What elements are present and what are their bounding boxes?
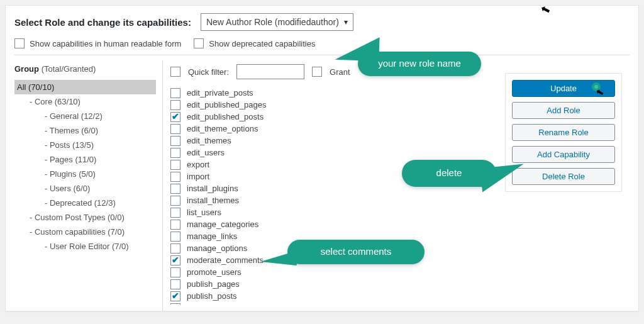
role-editor-panel: Select Role and change its capabilities:… [5,5,639,311]
divider [14,55,630,55]
capability-label[interactable]: manage_categories [187,220,258,229]
capability-label[interactable]: promote_users [187,267,242,277]
capability-row: moderate_comments [170,254,494,266]
group-item[interactable]: - Custom capabilities (7/0) [14,225,156,239]
add-capability-button[interactable]: Add Capability [512,146,615,163]
group-item[interactable]: - Posts (13/5) [14,138,156,152]
option-deprecated[interactable]: Show deprecated capabilities [194,38,315,48]
capability-list[interactable]: edit_private_postsedit_published_pagesed… [170,87,497,304]
capability-row: install_plugins [170,182,494,194]
rename-role-label: Rename Role [538,128,589,137]
capability-checkbox[interactable] [170,232,180,242]
role-select-value: New Author Role (modifiedauthor) [206,17,339,27]
capability-row: install_themes [170,194,494,206]
capability-row: import [170,170,494,182]
capability-label[interactable]: edit_private_posts [187,88,253,98]
filter-label: Quick filter: [188,67,229,77]
capability-checkbox[interactable] [170,243,180,254]
actions-column: Update ⬉ Add Role Rename Role Add Capabi… [497,60,630,311]
group-column: Group (Total/Granted) All (70/10)- Core … [14,60,163,311]
capability-column: Quick filter: Grant edit_private_postsed… [163,60,497,311]
option-deprecated-label: Show deprecated capabilities [209,39,315,48]
update-button-label: Update [550,84,577,93]
checkbox-human-readable[interactable] [14,38,25,48]
group-item[interactable]: - Pages (11/0) [14,152,156,167]
capability-checkbox[interactable] [170,160,180,170]
capability-checkbox[interactable] [170,279,180,289]
capability-row: edit_users [170,147,494,159]
group-item[interactable]: - Custom Post Types (0/0) [14,210,156,225]
group-header: Group (Total/Granted) [14,64,156,74]
capability-checkbox[interactable] [170,220,180,230]
capability-row: export [170,159,494,170]
checkbox-granted-only[interactable] [312,67,322,77]
checkbox-select-all-caps[interactable] [170,67,180,77]
capability-checkbox[interactable] [170,124,180,134]
capability-checkbox[interactable] [170,100,180,110]
capability-checkbox[interactable] [170,291,180,301]
capability-label[interactable]: edit_published_pages [187,100,267,109]
capability-checkbox[interactable] [170,112,180,122]
group-item[interactable]: - Users (6/0) [14,181,156,196]
capability-checkbox[interactable] [170,255,180,265]
actions-card: Update ⬉ Add Role Rename Role Add Capabi… [505,73,622,192]
option-human-readable[interactable]: Show capabilities in human readable form [14,38,181,48]
capability-label[interactable]: edit_published_posts [187,112,264,121]
capability-checkbox[interactable] [170,208,180,218]
capability-checkbox[interactable] [170,136,180,146]
options-row: Show capabilities in human readable form… [14,38,630,48]
group-item[interactable]: - Deprecated (12/3) [14,196,156,210]
capability-label[interactable]: publish_posts [187,291,237,301]
capability-checkbox[interactable] [170,267,180,277]
capability-checkbox[interactable] [170,148,180,158]
delete-role-label: Delete Role [542,172,585,181]
group-item[interactable]: - User Role Editor (7/0) [14,239,156,254]
role-select-dropdown[interactable]: New Author Role (modifiedauthor) [201,13,353,31]
group-header-title: Group [14,64,39,74]
capability-row: list_users [170,206,494,218]
group-item[interactable]: - Plugins (5/0) [14,167,156,181]
capability-label[interactable]: list_users [187,208,221,217]
granted-label: Grant [330,67,350,77]
capability-checkbox[interactable] [170,172,180,182]
capability-row: publish_posts [170,290,494,302]
group-item[interactable]: - General (12/2) [14,109,156,123]
delete-role-button[interactable]: Delete Role [512,168,615,185]
checkbox-deprecated[interactable] [194,38,204,48]
group-item[interactable]: - Themes (6/0) [14,123,156,138]
update-button[interactable]: Update ⬉ [512,80,615,97]
capability-row: publish_pages [170,278,494,290]
option-human-readable-label: Show capabilities in human readable form [30,39,181,48]
header-label: Select Role and change its capabilities: [14,17,191,28]
group-list: All (70/10)- Core (63/10)- General (12/2… [14,80,156,254]
capability-label[interactable]: export [187,160,209,169]
cursor-click-icon: ⬉ [592,82,601,93]
capability-label[interactable]: manage_options [187,243,247,253]
capability-label[interactable]: install_themes [187,196,239,205]
capability-label[interactable]: edit_theme_options [187,124,258,133]
capability-row: promote_users [170,266,494,278]
capability-label[interactable]: import [187,172,209,181]
capability-label[interactable]: manage_links [187,232,237,241]
capability-checkbox[interactable] [170,88,180,98]
capability-label[interactable]: read [187,303,203,304]
add-role-button[interactable]: Add Role [512,102,615,119]
capability-row: edit_theme_options [170,123,494,135]
filter-row: Quick filter: Grant [170,64,497,79]
capability-label[interactable]: publish_pages [187,279,240,289]
capability-row: edit_private_posts [170,87,494,99]
capability-row: manage_categories [170,218,494,230]
capability-label[interactable]: moderate_comments [187,255,264,265]
group-item[interactable]: - Core (63/10) [14,94,156,109]
rename-role-button[interactable]: Rename Role [512,124,615,141]
capability-checkbox[interactable] [170,184,180,194]
capability-label[interactable]: install_plugins [187,184,238,193]
columns: Group (Total/Granted) All (70/10)- Core … [14,60,630,311]
capability-checkbox[interactable] [170,303,180,305]
capability-checkbox[interactable] [170,196,180,206]
add-capability-label: Add Capability [537,150,590,159]
group-item[interactable]: All (70/10) [14,80,156,94]
capability-label[interactable]: edit_users [187,148,225,157]
capability-label[interactable]: edit_themes [187,136,231,145]
quick-filter-input[interactable] [236,64,304,79]
